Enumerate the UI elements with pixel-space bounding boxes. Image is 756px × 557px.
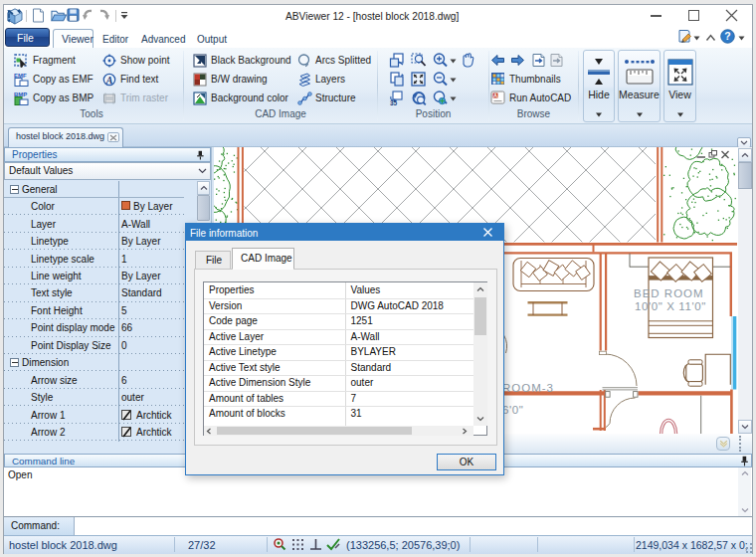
svg-text:BMP: BMP <box>14 92 27 97</box>
svg-text:6'0": 6'0" <box>502 404 523 416</box>
svg-text:10'0" X 11'0": 10'0" X 11'0" <box>635 300 706 312</box>
svg-text:?: ? <box>724 30 730 42</box>
svg-text:A: A <box>105 75 113 86</box>
svg-text:BED ROOM: BED ROOM <box>634 287 704 299</box>
svg-text:EMF: EMF <box>14 73 27 79</box>
svg-text:ROOM-3: ROOM-3 <box>502 382 554 394</box>
svg-text:A: A <box>493 93 497 98</box>
svg-text:35: 35 <box>390 99 398 106</box>
